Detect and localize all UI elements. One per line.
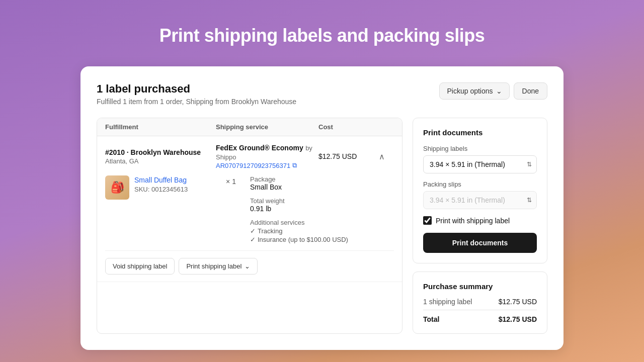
fulfillment-table: Fulfillment Shipping service Cost #2010 … [97,118,403,334]
item-details: Small Duffel Bag SKU: 0012345613 [134,175,216,193]
item-package-info: Package Small Box Total weight 0.91 lb A… [246,175,394,243]
purchase-summary-title: Purchase summary [423,282,537,291]
item-image: 🎒 [105,175,129,200]
void-shipping-label-button[interactable]: Void shipping label [105,258,175,275]
shipping-labels-select[interactable]: 3.94 × 5.91 in (Thermal) [423,155,537,173]
tracking-link[interactable]: AR070791270923756371 ⧉ [216,161,318,169]
header-actions: Pickup options ⌄ Done [439,82,547,100]
tracking-service: Tracking [258,227,282,235]
item-name-link[interactable]: Small Duffel Bag [134,176,187,184]
copy-icon: ⧉ [292,161,297,169]
item-quantity: × 1 [216,175,246,186]
packing-slips-select-wrapper: 3.94 × 5.91 in (Thermal) ⇅ [423,191,537,209]
chevron-down-icon-print: ⌄ [245,262,250,270]
main-content: Fulfillment Shipping service Cost #2010 … [97,118,547,334]
summary-total-row: Total $12.75 USD [423,310,537,323]
print-documents-card: Print documents Shipping labels 3.94 × 5… [413,118,547,263]
fulfillment-location: Atlanta, GA [105,157,216,165]
tracking-number: AR070791270923756371 [216,162,290,169]
card-header: 1 label purchased Fulfilled 1 item from … [97,82,547,106]
item-sku: SKU: 0012345613 [134,186,216,193]
col-cost: Cost [318,123,379,131]
labels-purchased-title: 1 label purchased [97,82,296,96]
print-with-label-label: Print with shipping label [436,217,510,225]
page-title: Print shipping labels and packing slips [149,0,495,66]
pickup-options-label: Pickup options [447,87,493,95]
purchase-summary-card: Purchase summary 1 shipping label $12.75… [413,272,547,334]
cost-value: $12.75 USD [318,152,379,160]
summary-shipping-label: 1 shipping label [423,298,472,306]
insurance-service: Insurance (up to $100.00 USD) [258,236,348,243]
print-with-label-row: Print with shipping label [423,216,537,225]
print-documents-title: Print documents [423,128,537,137]
print-shipping-label-button[interactable]: Print shipping label ⌄ [179,258,258,275]
packing-slips-select[interactable]: 3.94 × 5.91 in (Thermal) [423,191,537,209]
package-label: Package [250,175,394,183]
additional-label: Additional services [250,219,394,226]
service-tracking: ✓ Tracking [250,227,394,235]
item-row: 🎒 Small Duffel Bag SKU: 0012345613 × 1 P… [105,175,394,243]
package-section: Package Small Box [250,175,394,191]
card-subtitle: Fulfilled 1 item from 1 order, Shipping … [97,98,296,106]
shipping-service-col: FedEx Ground® Economy by Shippo AR070791… [216,143,318,169]
fedex-service: FedEx Ground® Economy [216,144,303,152]
check-icon-insurance: ✓ [250,236,256,243]
item-actions: Void shipping label Print shipping label… [105,250,394,275]
fulfillment-row: #2010 · Brooklyn Warehouse Atlanta, GA F… [97,136,402,282]
package-value: Small Box [250,183,394,191]
print-label-text: Print shipping label [186,262,242,270]
summary-shipping-row: 1 shipping label $12.75 USD [423,298,537,306]
shipping-labels-select-wrapper: 3.94 × 5.91 in (Thermal) ⇅ [423,155,537,173]
header-info: 1 label purchased Fulfilled 1 item from … [97,82,296,106]
chevron-down-icon: ⌄ [496,87,502,95]
print-documents-button[interactable]: Print documents [423,233,537,253]
item-left: 🎒 Small Duffel Bag SKU: 0012345613 [105,175,216,200]
col-expand [379,123,394,131]
expand-icon[interactable]: ∧ [379,152,394,161]
additional-services: Additional services ✓ Tracking ✓ Insuran… [250,219,394,243]
summary-shipping-value: $12.75 USD [499,298,537,306]
fulfillment-details: #2010 · Brooklyn Warehouse Atlanta, GA [105,148,216,165]
fulfillment-name: #2010 · Brooklyn Warehouse [105,148,216,156]
print-with-label-checkbox[interactable] [423,216,432,225]
shipping-service-name: FedEx Ground® Economy by Shippo [216,143,318,161]
fulfillment-info: #2010 · Brooklyn Warehouse Atlanta, GA F… [105,143,394,169]
check-icon-tracking: ✓ [250,227,256,235]
packing-slips-label: Packing slips [423,180,537,188]
shipping-labels-label: Shipping labels [423,145,537,152]
weight-value: 0.91 lb [250,205,394,213]
right-panel: Print documents Shipping labels 3.94 × 5… [413,118,547,334]
table-header: Fulfillment Shipping service Cost [97,118,402,136]
weight-label: Total weight [250,197,394,205]
weight-section: Total weight 0.91 lb [250,197,394,213]
summary-total-label: Total [423,315,439,323]
service-insurance: ✓ Insurance (up to $100.00 USD) [250,236,394,243]
main-card: 1 label purchased Fulfilled 1 item from … [80,66,564,350]
summary-total-value: $12.75 USD [499,315,537,323]
col-shipping: Shipping service [216,123,318,131]
pickup-options-button[interactable]: Pickup options ⌄ [439,82,509,100]
col-fulfillment: Fulfillment [105,123,216,131]
done-button[interactable]: Done [514,82,547,100]
